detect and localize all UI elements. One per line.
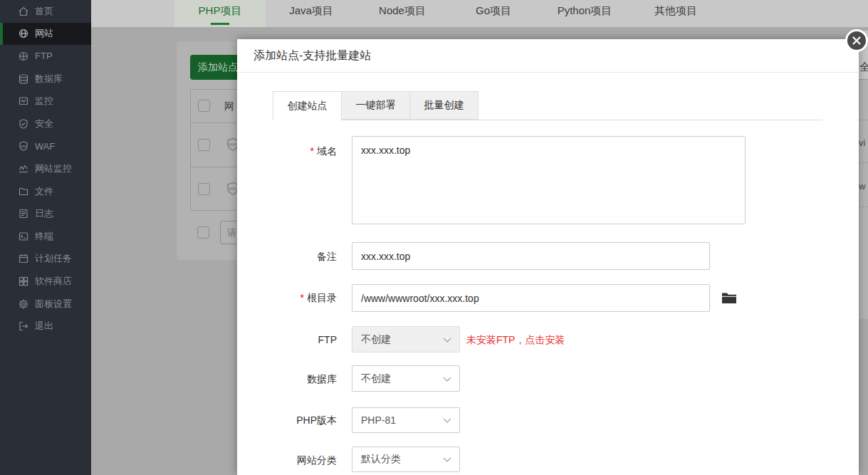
remark-label: 备注 (258, 249, 337, 263)
select-all-bottom-checkbox[interactable] (197, 226, 209, 239)
gear-icon (18, 298, 29, 310)
globe-icon (18, 28, 29, 39)
ftp-icon (18, 51, 29, 62)
calendar-icon (18, 253, 29, 264)
ftp-label: FTP (258, 333, 337, 347)
modal-close-button[interactable] (845, 29, 868, 52)
shield-check-icon (18, 118, 29, 130)
waf-shield-icon: WAF (18, 140, 29, 152)
sidebar-item-terminal[interactable]: 终端 (0, 225, 91, 248)
sidebar-item-logout[interactable]: 退出 (0, 315, 91, 338)
chevron-down-icon (443, 418, 451, 423)
row-checkbox[interactable] (198, 183, 210, 195)
chevron-down-icon (443, 338, 451, 343)
sidebar-item-home[interactable]: 首页 (0, 0, 91, 23)
row-checkbox[interactable] (198, 139, 210, 151)
domain-label: *域名 (258, 144, 337, 158)
domain-textarea[interactable]: xxx.xxx.top (352, 136, 746, 224)
log-file-icon (18, 208, 29, 219)
root-dir-label: *根目录 (258, 291, 337, 305)
svg-text:WAF: WAF (229, 142, 238, 147)
logout-icon (18, 320, 29, 332)
sidebar-item-ftp[interactable]: FTP (0, 45, 91, 68)
grid-icon (18, 276, 29, 287)
tab-java[interactable]: Java项目 (266, 0, 357, 27)
chevron-down-icon (443, 457, 451, 462)
browse-folder-icon[interactable] (721, 289, 738, 306)
tab-one-click-deploy[interactable]: 一键部署 (341, 91, 410, 120)
close-icon (852, 36, 862, 46)
sidebar-item-database[interactable]: 数据库 (0, 68, 91, 90)
tab-node[interactable]: Node项目 (357, 0, 448, 27)
svg-text:WAF: WAF (21, 145, 27, 148)
root-dir-input[interactable]: /www/wwwroot/xxx.xxx.top (352, 284, 710, 312)
php-version-label: PHP版本 (258, 413, 337, 427)
sidebar-item-logs[interactable]: 日志 (0, 202, 91, 225)
svg-text:WAF: WAF (229, 187, 238, 191)
sidebar: 首页 网站 FTP 数据库 监控 安全 WAF WAF 网站监控 (0, 0, 91, 475)
database-icon (18, 73, 29, 85)
project-type-tabs: PHP项目 Java项目 Node项目 Go项目 Python项目 其他项目 (91, 0, 868, 27)
tab-batch-create[interactable]: 批量创建 (409, 91, 479, 120)
site-category-select[interactable]: 默认分类 (352, 447, 460, 472)
sidebar-item-appstore[interactable]: 软件商店 (0, 270, 91, 293)
database-select[interactable]: 不创建 (352, 365, 460, 392)
sidebar-item-monitor[interactable]: 监控 (0, 90, 91, 113)
page: PHP项目 Java项目 Node项目 Go项目 Python项目 其他项目 添… (0, 0, 868, 475)
home-icon (18, 6, 29, 17)
php-version-select[interactable]: PHP-81 (352, 407, 460, 433)
modal-tabs: 创建站点 一键部署 批量创建 (273, 91, 479, 120)
folder-icon (18, 186, 29, 197)
background-right-strip: 全 vi w (859, 27, 868, 475)
sidebar-item-website[interactable]: 网站 (0, 23, 91, 46)
table-fragment: vi w (859, 80, 868, 319)
terminal-icon (18, 231, 29, 242)
sidebar-item-waf[interactable]: WAF WAF (0, 135, 91, 158)
sidebar-item-settings[interactable]: 面板设置 (0, 293, 91, 315)
ftp-install-warning[interactable]: 未安装FTP，点击安装 (466, 333, 565, 346)
chevron-down-icon (443, 377, 451, 382)
sidebar-item-security[interactable]: 安全 (0, 113, 91, 135)
sidebar-item-site-monitor[interactable]: 网站监控 (0, 157, 91, 180)
modal-title: 添加站点-支持批量建站 (253, 48, 371, 63)
database-label: 数据库 (258, 372, 337, 386)
sidebar-item-files[interactable]: 文件 (0, 180, 91, 203)
sidebar-item-cron[interactable]: 计划任务 (0, 248, 91, 271)
column-site-name: 网 (224, 100, 234, 113)
select-all-checkbox[interactable] (198, 100, 210, 112)
tab-go[interactable]: Go项目 (448, 0, 539, 27)
monitor-icon (18, 95, 29, 107)
tab-python[interactable]: Python项目 (539, 0, 630, 27)
line-chart-icon (18, 163, 29, 174)
modal-header: 添加站点-支持批量建站 (237, 39, 859, 73)
site-category-label: 网站分类 (258, 453, 337, 467)
remark-input[interactable]: xxx.xxx.top (352, 242, 710, 270)
tab-other[interactable]: 其他项目 (630, 0, 721, 27)
tab-create-site[interactable]: 创建站点 (273, 91, 342, 120)
ftp-select[interactable]: 不创建 (352, 326, 460, 353)
tab-php[interactable]: PHP项目 (174, 0, 266, 27)
add-site-modal: 添加站点-支持批量建站 创建站点 一键部署 批量创建 *域名 xxx.xxx.t… (237, 39, 859, 475)
